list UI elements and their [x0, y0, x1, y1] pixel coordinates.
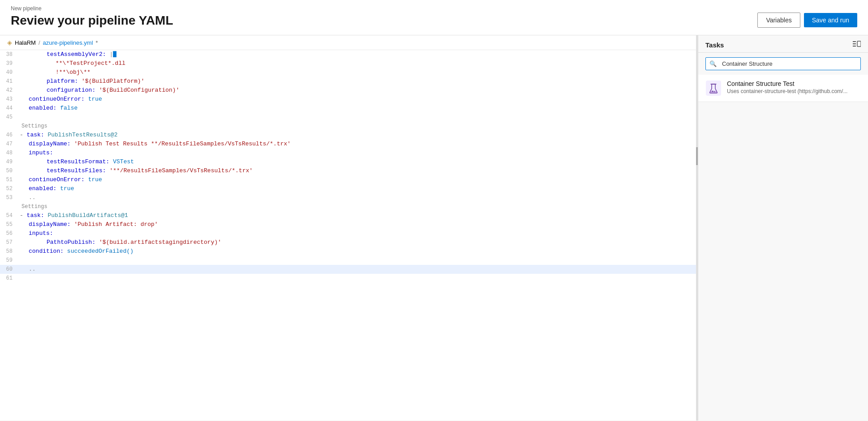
variables-button[interactable]: Variables	[757, 13, 800, 28]
line-content-58: condition: succeededOrFailed()	[18, 247, 696, 256]
code-line-45: 45	[0, 113, 696, 122]
code-line-39: 39 **\*TestProject*.dll	[0, 59, 696, 68]
code-line-52: 52 enabled: true	[0, 184, 696, 193]
code-line-61: 61	[0, 274, 696, 283]
line-content-48: inputs:	[18, 149, 696, 157]
search-input-wrap: 🔍	[705, 57, 861, 70]
save-and-run-button[interactable]: Save and run	[804, 13, 857, 27]
svg-point-7	[714, 91, 715, 92]
line-content-39: **\*TestProject*.dll	[18, 59, 696, 68]
line-content-49: testResultsFormat: VSTest	[18, 157, 696, 166]
line-content-50: testResultsFiles: '**/ResultsFileSamples…	[18, 166, 696, 175]
line-num-61: 61	[0, 274, 18, 283]
tasks-title: Tasks	[705, 41, 724, 49]
line-content-40: !**\obj\**	[18, 68, 696, 77]
line-num-47: 47	[0, 140, 18, 149]
line-num-53: 53	[0, 193, 18, 202]
line-content-60: ..	[18, 265, 696, 274]
code-line-49: 49 testResultsFormat: VSTest	[0, 157, 696, 166]
scroll-thumb[interactable]	[696, 147, 698, 165]
line-num-38: 38	[0, 50, 18, 59]
tasks-header: Tasks	[698, 35, 868, 53]
line-num-40: 40	[0, 68, 18, 77]
code-line-53: 53 ..	[0, 193, 696, 202]
main-area: ◈ HalaRM / azure-pipelines.yml * 38 test…	[0, 35, 868, 421]
line-num-44: 44	[0, 104, 18, 113]
code-line-51: 51 continueOnError: true	[0, 175, 696, 184]
new-pipeline-label: New pipeline	[11, 5, 173, 12]
task-description: Uses container-structure-test (https://g…	[727, 88, 847, 94]
line-num-45: 45	[0, 113, 18, 122]
line-num-60: 60	[0, 265, 18, 274]
line-num-50: 50	[0, 166, 18, 175]
line-content-47: displayName: 'Publish Test Results **/Re…	[18, 140, 696, 149]
code-line-41: 41 platform: '$(BuildPlatform)'	[0, 77, 696, 86]
code-line-58: 58 condition: succeededOrFailed()	[0, 247, 696, 256]
code-line-60: 60 ..	[0, 265, 696, 274]
section-label-settings-1: Settings	[0, 122, 696, 131]
task-result-container-structure[interactable]: Container Structure Test Uses container-…	[698, 75, 868, 102]
svg-rect-3	[857, 41, 861, 47]
line-num-57: 57	[0, 238, 18, 247]
line-num-52: 52	[0, 184, 18, 193]
code-editor[interactable]: 38 testAssemblyVer2: |█ 39 **\*TestProje…	[0, 50, 696, 421]
code-line-40: 40 !**\obj\**	[0, 68, 696, 77]
line-num-49: 49	[0, 157, 18, 166]
breadcrumb-file[interactable]: azure-pipelines.yml	[43, 39, 93, 46]
line-content-42: configuration: '$(BuildConfiguration)'	[18, 86, 696, 95]
task-name: Container Structure Test	[727, 80, 847, 87]
code-line-42: 42 configuration: '$(BuildConfiguration)…	[0, 86, 696, 95]
editor-area: ◈ HalaRM / azure-pipelines.yml * 38 test…	[0, 35, 696, 421]
breadcrumb-repo: HalaRM	[15, 39, 36, 46]
line-content-53: ..	[18, 193, 696, 202]
collapse-panel-icon[interactable]	[853, 41, 861, 49]
code-line-50: 50 testResultsFiles: '**/ResultsFileSamp…	[0, 166, 696, 175]
code-line-56: 56 inputs:	[0, 229, 696, 238]
code-line-44: 44 enabled: false	[0, 104, 696, 113]
line-content-55: displayName: 'Publish Artifact: drop'	[18, 220, 696, 229]
line-num-56: 56	[0, 229, 18, 238]
svg-rect-4	[706, 81, 721, 96]
code-line-48: 48 inputs:	[0, 149, 696, 157]
top-bar-left: New pipeline Review your pipeline YAML	[11, 5, 173, 28]
line-content-51: continueOnError: true	[18, 175, 696, 184]
line-content-54: - task: PublishBuildArtifacts@1	[18, 211, 696, 220]
task-info: Container Structure Test Uses container-…	[727, 80, 847, 94]
search-box: 🔍	[698, 53, 868, 75]
breadcrumb: ◈ HalaRM / azure-pipelines.yml *	[0, 35, 696, 50]
code-line-54: 54 - task: PublishBuildArtifacts@1	[0, 211, 696, 220]
code-line-47: 47 displayName: 'Publish Test Results **…	[0, 140, 696, 149]
code-line-55: 55 displayName: 'Publish Artifact: drop'	[0, 220, 696, 229]
line-content-57: PathtoPublish: '$(build.artifactstagingd…	[18, 238, 696, 247]
line-num-39: 39	[0, 59, 18, 68]
task-search-input[interactable]	[720, 58, 860, 70]
line-num-41: 41	[0, 77, 18, 86]
tasks-panel: Tasks 🔍	[698, 35, 868, 421]
line-content-38: testAssemblyVer2: |█	[18, 50, 696, 59]
line-num-48: 48	[0, 149, 18, 157]
line-content-43: continueOnError: true	[18, 95, 696, 104]
line-num-54: 54	[0, 211, 18, 220]
breadcrumb-modified-marker: *	[96, 39, 98, 46]
breadcrumb-separator: /	[39, 39, 40, 46]
repo-icon: ◈	[7, 39, 12, 46]
code-line-43: 43 continueOnError: true	[0, 95, 696, 104]
line-num-46: 46	[0, 131, 18, 140]
svg-rect-1	[853, 43, 856, 44]
search-icon: 🔍	[706, 60, 720, 67]
svg-rect-2	[853, 46, 856, 47]
line-num-59: 59	[0, 256, 18, 265]
top-bar-right: Variables Save and run	[757, 13, 857, 28]
code-line-59: 59	[0, 256, 696, 265]
code-line-46: 46 - task: PublishTestResults@2	[0, 131, 696, 140]
code-line-57: 57 PathtoPublish: '$(build.artifactstagi…	[0, 238, 696, 247]
task-icon-lab	[705, 80, 722, 96]
line-content-46: - task: PublishTestResults@2	[18, 131, 696, 140]
line-content-44: enabled: false	[18, 104, 696, 113]
top-bar: New pipeline Review your pipeline YAML V…	[0, 0, 868, 35]
svg-rect-0	[853, 41, 856, 42]
line-num-55: 55	[0, 220, 18, 229]
line-num-58: 58	[0, 247, 18, 256]
code-line-38: 38 testAssemblyVer2: |█	[0, 50, 696, 59]
section-label-settings-2: Settings	[0, 202, 696, 211]
